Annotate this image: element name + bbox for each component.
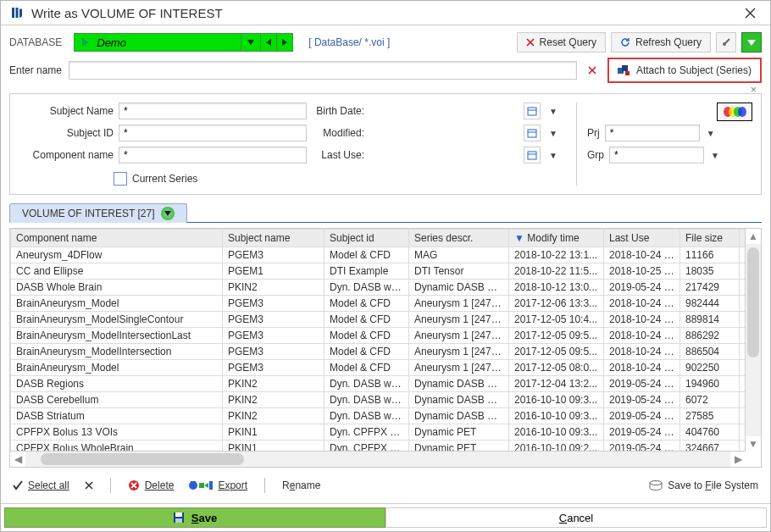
- scroll-right-arrow[interactable]: ▶: [730, 452, 746, 467]
- table-cell: DTI Example: [324, 263, 409, 280]
- last-use-date-caret[interactable]: ▼: [547, 151, 559, 160]
- database-dropdown[interactable]: Demo: [74, 33, 241, 52]
- delete-button[interactable]: Delete: [128, 479, 175, 491]
- database-label: DATABASE: [9, 36, 62, 48]
- table-cell: Model & CFD: [324, 328, 409, 344]
- table-cell: Aneurysm 1 [2479...: [409, 360, 509, 376]
- table-cell: DTI Tensor: [409, 263, 509, 280]
- refresh-query-button[interactable]: Refresh Query: [611, 32, 711, 53]
- save-button[interactable]: Save: [4, 507, 386, 528]
- rename-button[interactable]: Rename: [282, 479, 320, 491]
- table-row[interactable]: CPFPX Bolus WholeBrainPKIN1Dyn. CPFPX bo…: [11, 441, 746, 452]
- column-header[interactable]: Last Use: [604, 230, 680, 247]
- table-row[interactable]: CC and EllipsePGEM1DTI ExampleDTI Tensor…: [11, 263, 746, 280]
- refresh-query-label: Refresh Query: [635, 36, 702, 48]
- database-prev-button[interactable]: [261, 33, 277, 52]
- column-header[interactable]: Series descr.: [409, 230, 509, 247]
- birth-date-picker[interactable]: [524, 103, 541, 119]
- column-header[interactable]: Subject id: [324, 230, 409, 247]
- reset-query-label: Reset Query: [540, 36, 596, 48]
- database-next-button[interactable]: [277, 33, 293, 52]
- attach-to-subject-button[interactable]: Attach to Subject (Series): [607, 58, 762, 83]
- birth-date-caret[interactable]: ▼: [547, 107, 559, 116]
- column-header[interactable]: Subject name: [223, 230, 324, 247]
- subject-name-label: Subject Name: [19, 105, 114, 117]
- subject-name-input[interactable]: [119, 103, 307, 119]
- svg-rect-17: [209, 481, 213, 490]
- table-row[interactable]: BrainAneurysm_ModelPGEM3Model & CFDAneur…: [11, 296, 746, 312]
- vertical-scrollbar[interactable]: ▲ ▼: [745, 229, 761, 452]
- export-button[interactable]: Export: [189, 479, 247, 491]
- calendar-icon: [527, 106, 537, 116]
- svg-rect-8: [528, 152, 536, 159]
- play-icon: [81, 38, 90, 47]
- color-preset-button[interactable]: [717, 103, 752, 121]
- table-row[interactable]: CPFPX Bolus 13 VOIsPKIN1Dyn. CPFPX bo...…: [11, 424, 746, 441]
- filter-collapse-button[interactable]: ×: [741, 83, 757, 93]
- scroll-left-arrow[interactable]: ◀: [10, 452, 25, 467]
- cancel-button[interactable]: Cancel: [386, 507, 767, 528]
- last-use-date-picker[interactable]: [524, 147, 541, 163]
- table-row[interactable]: DASB Whole BrainPKIN2Dyn. DASB wit...Dyn…: [11, 280, 746, 296]
- table-cell: BrainAneurysm_ModelIntersection: [11, 344, 223, 360]
- column-header[interactable]: Component name: [11, 230, 223, 247]
- column-header[interactable]: ▼ Modify time: [509, 230, 604, 247]
- component-name-input[interactable]: [119, 147, 307, 163]
- chevron-left-icon: [266, 39, 271, 46]
- table-row[interactable]: Aneurysm_4DFlowPGEM3Model & CFDMAG2018-1…: [11, 247, 746, 263]
- prj-input[interactable]: [605, 125, 700, 141]
- horizontal-scrollbar[interactable]: ◀ ▶: [10, 451, 746, 467]
- table-row[interactable]: BrainAneurysm_ModelPGEM3Model & CFDAneur…: [11, 360, 746, 376]
- tab-voi[interactable]: VOLUME OF INTEREST [27]: [9, 203, 187, 223]
- table-cell: Aneurysm 1 [2479...: [409, 328, 509, 344]
- clear-name-button[interactable]: [584, 62, 601, 79]
- grp-input[interactable]: [609, 147, 704, 163]
- current-series-checkbox[interactable]: [114, 172, 127, 186]
- table-row[interactable]: BrainAneurysm_ModelIntersectionLastPGEM3…: [11, 328, 746, 344]
- reset-icon: [526, 38, 535, 47]
- database-caret-button[interactable]: [241, 33, 261, 52]
- birth-date-label: Birth Date:: [307, 105, 364, 117]
- scroll-down-arrow[interactable]: ▼: [746, 436, 761, 452]
- modified-date-picker[interactable]: [524, 125, 541, 141]
- table-cell: 2016-10-10 09:3...: [509, 408, 604, 424]
- save-to-filesystem-button[interactable]: Save to File System: [649, 479, 758, 491]
- window-close-button[interactable]: [738, 4, 762, 21]
- table-cell: CPFPX Bolus WholeBrain: [11, 441, 223, 452]
- table-row[interactable]: BrainAneurysm_ModelSingleContourPGEM3Mod…: [11, 312, 746, 328]
- table-cell: 2019-05-24 1...: [604, 280, 680, 296]
- table-cell: Aneurysm 1 [2479...: [409, 296, 509, 312]
- database-selector: Demo: [74, 33, 293, 52]
- app-logo-icon: [9, 5, 25, 20]
- table-cell: CC and Ellipse: [11, 263, 223, 280]
- table-cell: 886504: [680, 344, 740, 360]
- table-cell: PKIN2: [223, 392, 324, 408]
- table-cell: PGEM3: [223, 344, 324, 360]
- table-row[interactable]: DASB StriatumPKIN2Dyn. DASB wit...Dynami…: [11, 408, 746, 424]
- delete-icon: [128, 479, 140, 491]
- table-row[interactable]: DASB CerebellumPKIN2Dyn. DASB wit...Dyna…: [11, 392, 746, 408]
- table-row[interactable]: DASB RegionsPKIN2Dyn. DASB wit...Dynamic…: [11, 376, 746, 392]
- table-cell: 2017-12-05 08:0...: [509, 360, 604, 376]
- table-row[interactable]: BrainAneurysm_ModelIntersectionPGEM3Mode…: [11, 344, 746, 360]
- reset-query-button[interactable]: Reset Query: [517, 32, 606, 53]
- database-row: DATABASE Demo [ DataBase/ *.vo: [9, 32, 762, 53]
- table-cell: PKIN1: [223, 424, 324, 441]
- deselect-all-button[interactable]: [85, 481, 93, 490]
- run-query-button[interactable]: [741, 32, 762, 53]
- modified-date-caret[interactable]: ▼: [547, 129, 559, 138]
- scroll-up-arrow[interactable]: ▲: [746, 229, 761, 244]
- table-cell: Dyn. CPFPX bo...: [324, 441, 409, 452]
- chevron-down-icon: [247, 40, 254, 45]
- enter-name-row: Enter name Attach to Subject (Series): [9, 58, 762, 83]
- subject-id-input[interactable]: [119, 125, 307, 141]
- close-icon: [588, 66, 596, 75]
- query-info-button[interactable]: [716, 32, 736, 53]
- select-all-button[interactable]: Select all: [13, 479, 69, 491]
- table-cell: 217429: [680, 280, 740, 296]
- tab-dropdown-icon[interactable]: [161, 207, 175, 220]
- column-header[interactable]: File size: [680, 230, 740, 247]
- database-name: Demo: [97, 36, 126, 49]
- table-cell: PGEM3: [223, 328, 324, 344]
- enter-name-input[interactable]: [69, 61, 577, 80]
